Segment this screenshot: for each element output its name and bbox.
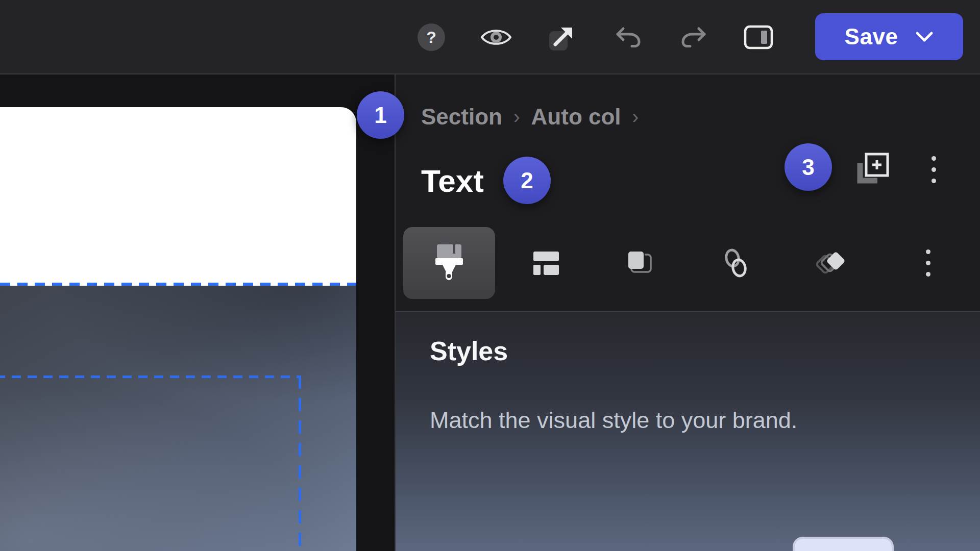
- tab-link[interactable]: [690, 227, 782, 299]
- tab-position[interactable]: [594, 227, 686, 299]
- chevron-right-icon: ›: [513, 106, 520, 128]
- link-rings-icon: [723, 248, 749, 279]
- kebab-menu-icon: [932, 156, 936, 183]
- annotation-badge-1: 1: [357, 91, 404, 139]
- navbar-block[interactable]: ut Contact: [0, 107, 356, 284]
- top-toolbar: ?: [0, 0, 980, 74]
- breadcrumb-item-auto-col[interactable]: Auto col: [531, 104, 621, 130]
- styles-panel-content: Styles Match the visual style to your br…: [396, 312, 980, 551]
- tab-layout[interactable]: [500, 227, 592, 299]
- text-color-swatch[interactable]: [793, 537, 894, 551]
- editor-window: ?: [0, 0, 980, 551]
- settings-panel: Section › Auto col › Text: [395, 74, 980, 551]
- element-selection-outline-top: [0, 375, 301, 378]
- tab-effects[interactable]: [786, 227, 878, 299]
- design-canvas: ut Contact: [0, 74, 395, 551]
- tab-styles[interactable]: [403, 227, 495, 299]
- paintbrush-icon: [435, 244, 463, 282]
- chevron-right-icon: ›: [632, 106, 639, 128]
- save-button-label: Save: [845, 24, 898, 49]
- help-button[interactable]: ?: [413, 19, 450, 56]
- styles-heading: Styles: [430, 336, 508, 366]
- tabbar-more-button[interactable]: [882, 227, 974, 299]
- badge-number: 2: [521, 168, 533, 193]
- section-selection-outline: [0, 283, 356, 286]
- preview-button[interactable]: [478, 19, 514, 56]
- breadcrumb: Section › Auto col ›: [421, 104, 639, 130]
- redo-button[interactable]: [675, 19, 712, 56]
- duplicate-element-button[interactable]: [854, 151, 891, 188]
- open-external-icon: [547, 23, 576, 52]
- redo-icon: [680, 27, 707, 48]
- right-panel-toggle-button[interactable]: [740, 19, 777, 56]
- badge-number: 3: [802, 155, 814, 180]
- duplicate-plus-icon: [854, 151, 891, 188]
- effects-layers-icon: [816, 248, 848, 278]
- position-frame-icon: [627, 251, 653, 276]
- annotation-badge-3: 3: [785, 143, 832, 191]
- help-icon: ?: [418, 23, 445, 51]
- undo-icon: [615, 27, 642, 48]
- settings-tabbar: [396, 226, 980, 310]
- hero-section-blurred[interactable]: [0, 284, 356, 551]
- element-options-menu-button[interactable]: [915, 151, 952, 188]
- badge-number: 1: [374, 103, 386, 128]
- styles-description: Match the visual style to your brand.: [430, 407, 797, 434]
- selected-element-title: Text: [421, 161, 484, 202]
- open-external-button[interactable]: [543, 19, 580, 56]
- save-button[interactable]: Save: [815, 13, 963, 60]
- element-selection-outline-right: [299, 375, 301, 551]
- eye-preview-icon: [480, 26, 512, 49]
- text-style-row[interactable]: Text poppins: [396, 537, 980, 551]
- panel-toggle-icon: [744, 25, 773, 49]
- chevron-down-icon: [915, 31, 934, 42]
- layout-sections-icon: [533, 252, 559, 275]
- undo-button[interactable]: [610, 19, 647, 56]
- breadcrumb-item-section[interactable]: Section: [421, 104, 502, 130]
- annotation-badge-2: 2: [503, 157, 551, 204]
- kebab-menu-icon: [926, 249, 930, 277]
